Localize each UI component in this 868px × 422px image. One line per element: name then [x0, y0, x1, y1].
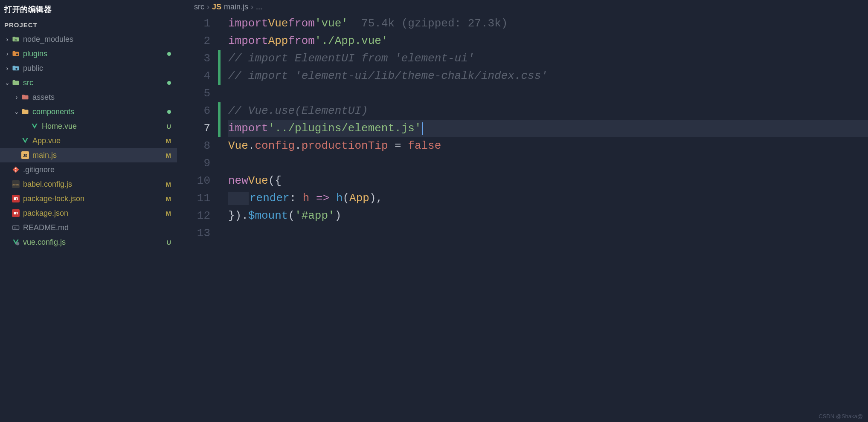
- svg-point-2: [15, 68, 17, 70]
- git-status-badge: M: [166, 195, 171, 202]
- git-status-badge: M: [166, 152, 171, 159]
- breadcrumb-seg[interactable]: src: [194, 3, 204, 12]
- tree-item-label: main.js: [32, 151, 166, 160]
- modified-dot-icon: [167, 110, 171, 114]
- svg-point-5: [15, 168, 17, 169]
- file-App.vue[interactable]: ·App.vueM: [0, 133, 177, 148]
- code-line[interactable]: Vue.config.productionTip = false: [228, 137, 868, 155]
- folder-plugin-icon: [11, 50, 20, 58]
- svg-point-6: [15, 171, 17, 172]
- chevron-right-icon[interactable]: ›: [3, 50, 11, 57]
- chevron-right-icon[interactable]: ›: [3, 65, 11, 72]
- line-number: 8: [177, 137, 210, 155]
- folder-public-icon: [11, 64, 20, 72]
- line-number: 1: [177, 15, 210, 32]
- tree-item-label: babel.config.js: [23, 180, 166, 189]
- file-babel.config.js[interactable]: ·Babelbabel.config.jsM: [0, 177, 177, 191]
- line-number: 2: [177, 32, 210, 50]
- code-content[interactable]: import Vue from 'vue' 75.4k (gzipped: 27…: [221, 15, 868, 422]
- line-number: 10: [177, 172, 210, 190]
- chevron-right-icon: ›: [207, 3, 209, 12]
- file-.gitignore[interactable]: ·.gitignore: [0, 162, 177, 177]
- breadcrumb-ellipsis[interactable]: ...: [256, 3, 262, 12]
- code-line[interactable]: }).$mount('#app'): [228, 207, 868, 225]
- line-number: 3: [177, 50, 210, 67]
- vue-icon: [20, 137, 30, 145]
- git-status-badge: U: [166, 123, 171, 130]
- breadcrumb-seg[interactable]: main.js: [224, 3, 248, 12]
- line-number: 5: [177, 85, 210, 102]
- folder-node-icon: js: [11, 35, 20, 43]
- git-status-badge: U: [166, 239, 171, 246]
- file-vue.config.js[interactable]: ·vue.config.jsU: [0, 235, 177, 249]
- file-README.md[interactable]: ·M↓README.md: [0, 220, 177, 235]
- code-line[interactable]: // import ElementUI from 'element-ui': [228, 50, 868, 67]
- size-hint: 75.4k (gzipped: 27.3k): [361, 15, 508, 32]
- tree-item-label: package-lock.json: [23, 194, 166, 203]
- folder-src-icon: [11, 79, 20, 87]
- line-number: 11: [177, 190, 210, 207]
- code-line[interactable]: [228, 85, 868, 102]
- folder-components[interactable]: ⌄components: [0, 104, 177, 119]
- tree-item-label: App.vue: [32, 136, 166, 145]
- vue-icon: [30, 122, 39, 130]
- file-Home.vue[interactable]: ·Home.vueU: [0, 119, 177, 133]
- code-line[interactable]: // import 'element-ui/lib/theme-chalk/in…: [228, 67, 868, 85]
- babel-icon: Babel: [11, 180, 20, 188]
- file-main.js[interactable]: ·JSmain.jsM: [0, 148, 177, 162]
- code-editor[interactable]: 12345678910111213 import Vue from 'vue' …: [177, 15, 868, 422]
- chevron-down-icon[interactable]: ⌄: [3, 79, 11, 86]
- code-line[interactable]: import '../plugins/element.js': [228, 120, 868, 137]
- modified-dot-icon: [167, 52, 171, 56]
- tree-item-label: Home.vue: [42, 122, 166, 131]
- svg-point-17: [16, 242, 20, 246]
- svg-point-1: [16, 53, 18, 55]
- svg-text:JS: JS: [23, 154, 28, 158]
- file-package-lock.json[interactable]: ·package-lock.jsonM: [0, 191, 177, 206]
- line-number: 6: [177, 102, 210, 120]
- tree-item-label: assets: [32, 93, 171, 102]
- modified-dot-icon: [167, 81, 171, 85]
- code-line[interactable]: import App from './App.vue': [228, 32, 868, 50]
- svg-rect-11: [16, 198, 17, 200]
- chevron-right-icon[interactable]: ›: [13, 94, 20, 101]
- line-number: 4: [177, 67, 210, 85]
- text-cursor: [422, 122, 423, 135]
- tree-item-label: vue.config.js: [23, 238, 166, 247]
- tree-item-label: public: [23, 64, 171, 73]
- md-icon: M↓: [11, 224, 20, 231]
- code-line[interactable]: new Vue({: [228, 172, 868, 190]
- folder-node_modules[interactable]: ›jsnode_modules: [0, 32, 177, 46]
- line-number-gutter: 12345678910111213: [177, 15, 218, 422]
- folder-assets[interactable]: ›assets: [0, 90, 177, 104]
- code-line[interactable]: // Vue.use(ElementUI): [228, 102, 868, 120]
- file-package.json[interactable]: ·package.jsonM: [0, 206, 177, 220]
- folder-public[interactable]: ›public: [0, 61, 177, 75]
- editor-pane: src › JS main.js › ... 12345678910111213…: [177, 0, 868, 422]
- tree-item-label: node_modules: [23, 35, 171, 44]
- code-line[interactable]: render: h => h(App),: [228, 190, 868, 207]
- chevron-right-icon: ›: [251, 3, 253, 12]
- project-header[interactable]: PROJECT: [0, 18, 177, 32]
- chevron-right-icon[interactable]: ›: [3, 36, 11, 43]
- js-icon: JS: [212, 3, 221, 12]
- folder-src[interactable]: ⌄src: [0, 75, 177, 90]
- breadcrumb[interactable]: src › JS main.js › ...: [177, 0, 868, 15]
- chevron-down-icon[interactable]: ⌄: [13, 108, 20, 115]
- svg-text:Babel: Babel: [12, 183, 19, 186]
- folder-components-icon: [20, 108, 30, 116]
- vueconf-icon: [11, 238, 20, 246]
- git-status-badge: M: [166, 181, 171, 188]
- tree-item-label: .gitignore: [23, 165, 171, 174]
- line-number: 9: [177, 155, 210, 172]
- code-line[interactable]: [228, 225, 868, 242]
- svg-rect-14: [16, 213, 17, 215]
- npm-icon: [11, 195, 20, 202]
- watermark: CSDN @Shaka@: [819, 413, 863, 419]
- line-number: 12: [177, 207, 210, 225]
- folder-plugins[interactable]: ›plugins: [0, 46, 177, 61]
- git-status-badge: M: [166, 210, 171, 217]
- code-line[interactable]: [228, 155, 868, 172]
- file-tree: ›jsnode_modules›plugins›public⌄src›asset…: [0, 32, 177, 422]
- code-line[interactable]: import Vue from 'vue' 75.4k (gzipped: 27…: [228, 15, 868, 32]
